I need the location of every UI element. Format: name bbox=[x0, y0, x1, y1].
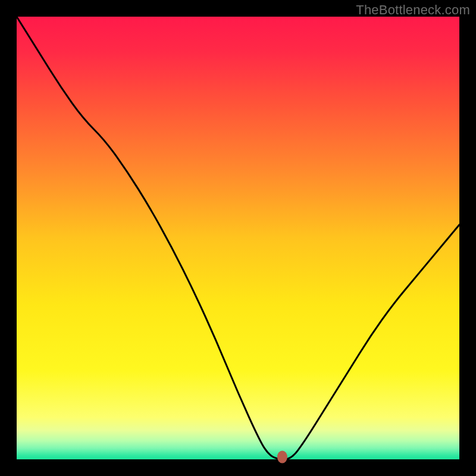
chart-frame: TheBottleneck.com bbox=[0, 0, 476, 476]
bottleneck-chart-svg bbox=[0, 0, 476, 476]
optimal-marker bbox=[277, 451, 287, 464]
